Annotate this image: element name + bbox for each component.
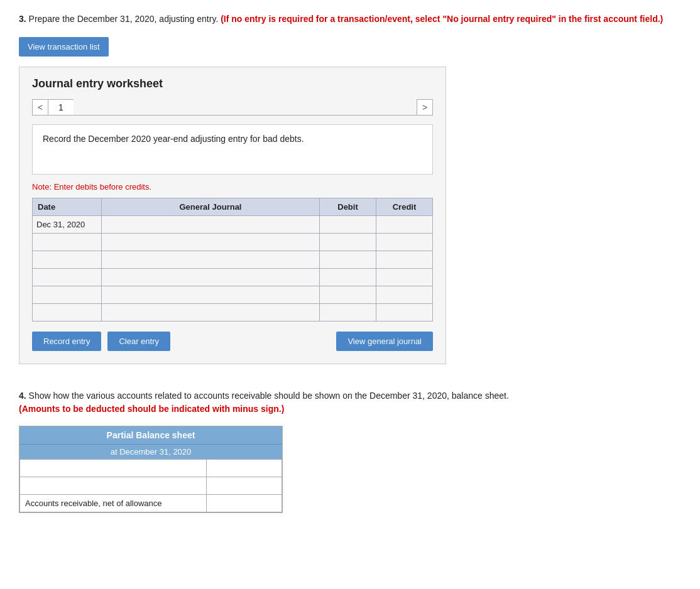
credit-input-4[interactable] (376, 286, 432, 303)
gj-cell-3[interactable] (102, 269, 320, 286)
note-text: Note: Enter debits before credits. (32, 182, 433, 192)
date-cell-3 (33, 269, 102, 286)
nav-left-arrow[interactable]: < (32, 99, 48, 116)
bs-value-cell-2[interactable] (207, 495, 282, 512)
section-4: 4. Show how the various accounts related… (19, 389, 681, 513)
instruction-bold: (If no entry is required for a transacti… (218, 14, 663, 24)
debit-cell-0[interactable] (320, 216, 376, 234)
record-entry-button[interactable]: Record entry (32, 332, 101, 351)
clear-entry-button[interactable]: Clear entry (107, 332, 170, 351)
gj-input-4[interactable] (102, 286, 319, 303)
bs-row (20, 477, 282, 495)
gj-input-5[interactable] (102, 304, 319, 321)
table-row: Dec 31, 2020 (33, 216, 433, 234)
gj-cell-0[interactable] (102, 216, 320, 234)
credit-cell-2[interactable] (376, 251, 433, 269)
nav-page-number: 1 (48, 99, 74, 116)
bs-value-input-2[interactable] (207, 495, 282, 512)
view-general-journal-button[interactable]: View general journal (336, 332, 433, 351)
credit-input-3[interactable] (376, 269, 432, 286)
instruction-main: Prepare the December 31, 2020, adjusting… (26, 14, 219, 24)
credit-cell-3[interactable] (376, 269, 433, 286)
bs-row: Accounts receivable, net of allowance (20, 495, 282, 512)
gj-input-3[interactable] (102, 269, 319, 286)
bs-subheader: at December 31, 2020 (19, 444, 282, 459)
credit-cell-0[interactable] (376, 216, 433, 234)
date-cell-4 (33, 286, 102, 304)
bs-label-0 (20, 460, 207, 477)
view-transaction-button[interactable]: View transaction list (19, 37, 109, 57)
gj-cell-2[interactable] (102, 251, 320, 269)
section-4-prefix: 4. (19, 391, 26, 401)
action-buttons: Record entry Clear entry View general jo… (32, 332, 433, 351)
gj-input-0[interactable] (102, 216, 319, 233)
gj-input-1[interactable] (102, 234, 319, 251)
journal-table: Date General Journal Debit Credit Dec 31… (32, 198, 433, 322)
worksheet-nav: < 1 > (32, 99, 433, 116)
table-row (33, 251, 433, 269)
bs-label-2: Accounts receivable, net of allowance (20, 495, 207, 512)
date-cell-1 (33, 234, 102, 251)
credit-cell-5[interactable] (376, 304, 433, 322)
credit-input-5[interactable] (376, 304, 432, 321)
instruction-prefix: 3. (19, 14, 26, 24)
bs-label-1 (20, 477, 207, 495)
debit-cell-4[interactable] (320, 286, 376, 304)
nav-right-arrow[interactable]: > (417, 99, 433, 116)
debit-input-5[interactable] (320, 304, 376, 321)
balance-sheet: Partial Balance sheet at December 31, 20… (19, 426, 283, 513)
credit-cell-4[interactable] (376, 286, 433, 304)
th-debit: Debit (320, 198, 376, 216)
debit-cell-1[interactable] (320, 234, 376, 251)
credit-input-0[interactable] (376, 216, 432, 233)
gj-cell-5[interactable] (102, 304, 320, 322)
debit-cell-5[interactable] (320, 304, 376, 322)
table-row (33, 286, 433, 304)
bs-value-cell-0[interactable] (207, 460, 282, 477)
instruction-3: 3. Prepare the December 31, 2020, adjust… (19, 13, 681, 26)
debit-input-4[interactable] (320, 286, 376, 303)
debit-cell-2[interactable] (320, 251, 376, 269)
gj-cell-1[interactable] (102, 234, 320, 251)
debit-input-0[interactable] (320, 216, 376, 233)
debit-input-3[interactable] (320, 269, 376, 286)
credit-input-2[interactable] (376, 251, 432, 268)
section-4-instruction: 4. Show how the various accounts related… (19, 389, 681, 416)
table-row (33, 304, 433, 322)
journal-entry-worksheet: Journal entry worksheet < 1 > Record the… (19, 67, 446, 364)
entry-description: Record the December 2020 year-end adjust… (32, 124, 433, 175)
gj-input-2[interactable] (102, 251, 319, 268)
debit-cell-3[interactable] (320, 269, 376, 286)
bs-table: Accounts receivable, net of allowance (19, 459, 282, 512)
worksheet-title: Journal entry worksheet (32, 77, 433, 90)
table-row (33, 269, 433, 286)
debit-input-2[interactable] (320, 251, 376, 268)
debit-input-1[interactable] (320, 234, 376, 251)
bs-row (20, 460, 282, 477)
table-row (33, 234, 433, 251)
bs-header: Partial Balance sheet (19, 426, 282, 444)
bs-value-input-0[interactable] (207, 460, 282, 477)
date-cell-2 (33, 251, 102, 269)
th-credit: Credit (376, 198, 433, 216)
date-cell-5 (33, 304, 102, 322)
section-4-bold: (Amounts to be deducted should be indica… (19, 404, 284, 414)
nav-tab-line (74, 99, 417, 116)
credit-cell-1[interactable] (376, 234, 433, 251)
bs-value-input-1[interactable] (207, 477, 282, 494)
date-cell-0: Dec 31, 2020 (33, 216, 102, 234)
credit-input-1[interactable] (376, 234, 432, 251)
gj-cell-4[interactable] (102, 286, 320, 304)
th-general-journal: General Journal (102, 198, 320, 216)
th-date: Date (33, 198, 102, 216)
bs-value-cell-1[interactable] (207, 477, 282, 495)
